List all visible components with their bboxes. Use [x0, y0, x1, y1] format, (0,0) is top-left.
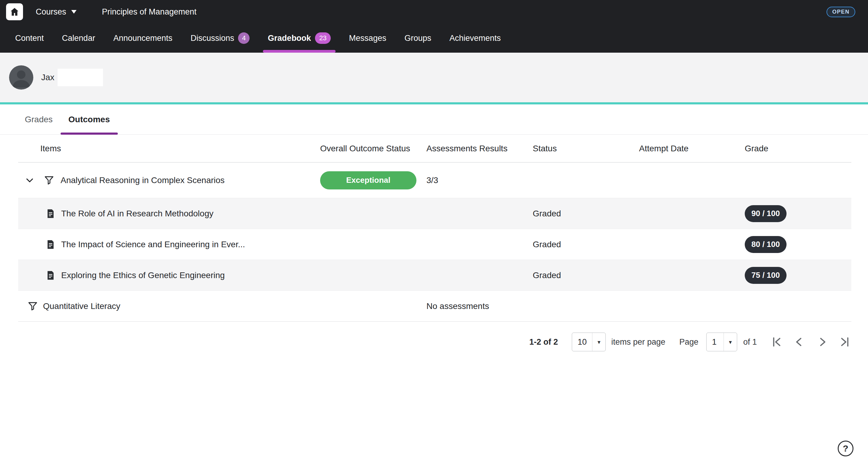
tab-label: Outcomes	[68, 115, 110, 124]
collapse-outcome-button[interactable]	[25, 175, 34, 185]
chevron-down-icon: ▾	[723, 333, 737, 351]
courses-label: Courses	[36, 7, 66, 16]
first-page-button[interactable]	[770, 336, 782, 348]
gradebook-count-badge: 23	[315, 32, 331, 44]
assessments-results-value: No assessments	[427, 301, 533, 311]
name-redaction-box	[58, 69, 103, 86]
last-page-icon	[839, 336, 851, 348]
column-header-attempt-date: Attempt Date	[639, 144, 745, 154]
tab-outcomes[interactable]: Outcomes	[61, 104, 118, 134]
pagination-range: 1-2 of 2	[529, 337, 558, 347]
nav-tab-calendar[interactable]: Calendar	[62, 24, 95, 53]
course-title: Principles of Management	[102, 7, 196, 16]
pagination-bar: 1-2 of 2 10 ▾ items per page Page 1 ▾ of…	[0, 333, 851, 351]
tab-grades[interactable]: Grades	[17, 104, 61, 134]
nav-tab-groups[interactable]: Groups	[404, 24, 431, 53]
next-page-button[interactable]	[816, 336, 828, 348]
nav-tab-achievements[interactable]: Achievements	[450, 24, 501, 53]
outcomes-table: Items Overall Outcome Status Assessments…	[18, 135, 851, 322]
nav-label: Discussions	[190, 34, 234, 43]
outcome-row: Quantitative Literacy No assessments	[18, 291, 851, 322]
nav-label: Groups	[404, 34, 431, 43]
outcome-funnel-icon	[43, 175, 55, 186]
student-name: Jax	[41, 73, 55, 82]
person-icon	[9, 65, 33, 90]
column-header-overall-outcome-status: Overall Outcome Status	[320, 144, 427, 154]
column-header-items: Items	[18, 144, 320, 154]
assessment-title: Exploring the Ethics of Genetic Engineer…	[61, 270, 225, 280]
question-mark-icon: ?	[843, 443, 848, 454]
nav-label: Content	[15, 34, 44, 43]
tab-label: Grades	[25, 115, 53, 124]
chevron-down-icon	[25, 175, 34, 185]
assessment-status: Graded	[533, 240, 639, 250]
outcome-funnel-icon	[27, 301, 38, 312]
assessment-status: Graded	[533, 270, 639, 280]
grade-badge: 80 / 100	[745, 236, 786, 253]
nav-tab-messages[interactable]: Messages	[349, 24, 386, 53]
page-select[interactable]: 1 ▾	[706, 333, 737, 351]
items-per-page-label: items per page	[611, 337, 665, 347]
nav-label: Calendar	[62, 34, 95, 43]
items-per-page-select[interactable]: 10 ▾	[572, 333, 606, 351]
home-button[interactable]	[6, 3, 23, 20]
table-header-row: Items Overall Outcome Status Assessments…	[18, 135, 851, 163]
items-per-page-value: 10	[572, 333, 592, 351]
grade-badge: 90 / 100	[745, 205, 786, 222]
assessment-title: The Impact of Science and Engineering in…	[61, 240, 245, 250]
nav-label: Messages	[349, 34, 386, 43]
help-button[interactable]: ?	[838, 440, 854, 456]
last-page-button[interactable]	[839, 336, 851, 348]
nav-tab-discussions[interactable]: Discussions 4	[190, 24, 250, 53]
assessment-status: Graded	[533, 209, 639, 219]
column-header-grade: Grade	[745, 144, 851, 154]
chevron-left-icon	[793, 336, 805, 348]
assessments-results-value: 3/3	[427, 175, 533, 185]
nav-tab-gradebook[interactable]: Gradebook 23	[268, 24, 331, 53]
top-navbar: Courses Principles of Management OPEN	[0, 0, 868, 24]
courses-dropdown[interactable]: Courses	[36, 7, 76, 16]
total-pages-label: of 1	[743, 337, 757, 347]
home-icon	[9, 7, 20, 17]
chevron-down-icon: ▾	[592, 333, 606, 351]
assessment-row: The Impact of Science and Engineering in…	[18, 229, 851, 260]
overall-status-badge: Exceptional	[320, 171, 416, 190]
document-icon	[45, 270, 56, 280]
page-nav-buttons	[770, 336, 851, 348]
column-header-assessments-results: Assessments Results	[427, 144, 533, 154]
outcome-title: Quantitative Literacy	[43, 301, 120, 311]
course-navbar: Content Calendar Announcements Discussio…	[0, 24, 868, 53]
assessment-row: The Role of AI in Research Methodology G…	[18, 198, 851, 229]
nav-label: Achievements	[450, 34, 501, 43]
gradebook-subtabs: Grades Outcomes	[0, 104, 868, 135]
document-icon	[45, 208, 56, 219]
discussions-count-badge: 4	[238, 32, 250, 44]
nav-tab-announcements[interactable]: Announcements	[113, 24, 172, 53]
page-label: Page	[679, 337, 699, 347]
assessment-title: The Role of AI in Research Methodology	[61, 209, 214, 219]
outcome-title: Analytical Reasoning in Complex Scenario…	[61, 175, 225, 185]
chevron-right-icon	[816, 336, 828, 348]
student-header: Jax	[0, 53, 868, 102]
grade-badge: 75 / 100	[745, 267, 786, 284]
nav-tab-content[interactable]: Content	[15, 24, 44, 53]
open-status-badge: OPEN	[827, 7, 855, 17]
outcome-row: Analytical Reasoning in Complex Scenario…	[18, 163, 851, 198]
document-icon	[45, 239, 56, 250]
first-page-icon	[770, 336, 782, 348]
nav-label: Announcements	[113, 34, 172, 43]
page-value: 1	[707, 333, 723, 351]
chevron-down-icon	[71, 10, 76, 13]
accent-divider	[0, 102, 868, 104]
avatar	[9, 65, 33, 90]
nav-label: Gradebook	[268, 34, 311, 43]
assessment-row: Exploring the Ethics of Genetic Engineer…	[18, 260, 851, 291]
previous-page-button[interactable]	[793, 336, 805, 348]
column-header-status: Status	[533, 144, 639, 154]
